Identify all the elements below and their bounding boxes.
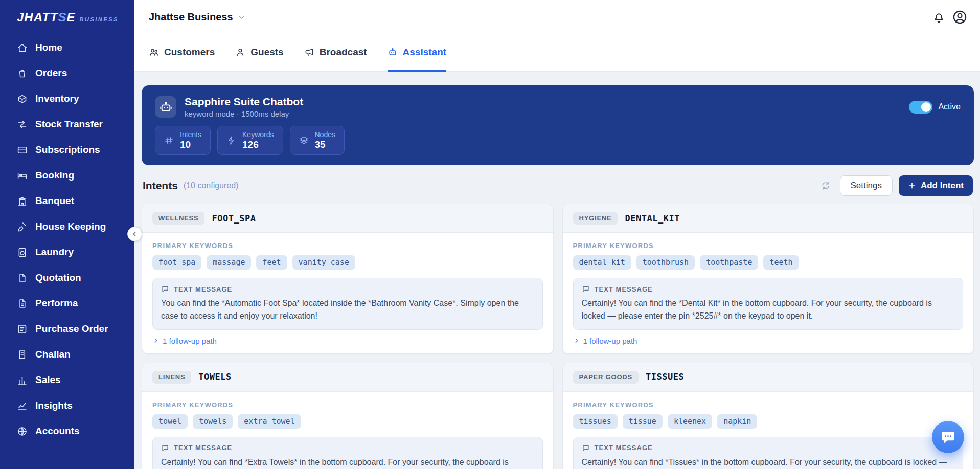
sidebar-item-label: Home: [35, 41, 62, 54]
keyword-chip: foot spa: [152, 255, 201, 270]
sidebar-item-label: Performa: [35, 297, 78, 309]
primary-keywords-label: PRIMARY KEYWORDS: [152, 242, 543, 250]
sidebar-item-inventory[interactable]: Inventory: [0, 86, 134, 111]
keyword-chip: teeth: [763, 255, 799, 270]
main-area: Jhattse Business Customers Guests Broadc…: [134, 0, 980, 469]
sidebar-item-performa[interactable]: Performa: [0, 291, 134, 316]
bot-avatar: [155, 96, 176, 118]
refresh-icon: [821, 181, 831, 191]
text-message-box: TEXT MESSAGE You can find the *Automatic…: [152, 278, 543, 330]
sidebar-item-laundry[interactable]: Laundry: [0, 239, 134, 265]
chevron-right-icon: [573, 337, 580, 344]
intent-name: TOWELS: [198, 372, 231, 382]
keyword-chip: napkin: [717, 414, 757, 429]
chevron-left-icon: [131, 230, 139, 238]
sales-icon: [17, 375, 28, 386]
keyword-chips: foot spa massage feet vanity case: [152, 255, 543, 270]
refresh-button[interactable]: [815, 175, 836, 196]
sidebar-item-label: Insights: [35, 399, 73, 412]
notifications-button[interactable]: [929, 7, 949, 27]
sidebar-item-home[interactable]: Home: [0, 35, 134, 60]
intents-header: Intents (10 configured) Settings Add Int…: [143, 175, 973, 196]
tab-assistant[interactable]: Assistant: [388, 34, 447, 72]
settings-button[interactable]: Settings: [840, 175, 893, 196]
brand-tagline: BUSINESS: [80, 16, 119, 23]
tab-label: Guests: [250, 47, 283, 58]
sidebar-item-insights[interactable]: Insights: [0, 393, 134, 418]
robot-icon: [388, 47, 398, 57]
keyword-chip: towels: [193, 414, 233, 429]
support-chat-fab[interactable]: [932, 421, 964, 453]
add-intent-button[interactable]: Add Intent: [899, 175, 973, 196]
text-message-label: TEXT MESSAGE: [595, 285, 653, 293]
sidebar-item-quotation[interactable]: Quotation: [0, 265, 134, 291]
intent-name: FOOT_SPA: [212, 213, 256, 224]
sidebar-item-label: Challan: [35, 348, 71, 361]
chatbot-active-toggle[interactable]: [909, 101, 932, 114]
tab-customers[interactable]: Customers: [149, 34, 215, 72]
add-intent-label: Add Intent: [921, 181, 964, 191]
keyword-chip: towel: [152, 414, 188, 429]
layers-icon: [299, 136, 309, 145]
intent-card-foot-spa: WELLNESS FOOT_SPA PRIMARY KEYWORDS foot …: [142, 204, 554, 354]
category-badge: PAPER GOODS: [573, 371, 639, 384]
intent-card-dental-kit: HYGIENE DENTAL_KIT PRIMARY KEYWORDS dent…: [562, 204, 974, 354]
stat-label: Intents: [180, 130, 201, 139]
followup-path-toggle[interactable]: 1 follow-up path: [152, 337, 543, 345]
profile-button[interactable]: [949, 6, 971, 28]
sidebar-menu: Home Orders Inventory Stock Transfer Sub…: [0, 35, 134, 444]
primary-keywords-label: PRIMARY KEYWORDS: [152, 401, 543, 409]
home-icon: [17, 42, 28, 53]
sidebar-collapse-button[interactable]: [127, 227, 142, 241]
stat-value: 35: [315, 139, 335, 150]
house-keeping-icon: [17, 221, 28, 232]
tab-label: Assistant: [403, 47, 447, 58]
intent-card-towels: LINENS TOWELS PRIMARY KEYWORDS towel tow…: [142, 363, 554, 469]
sidebar-item-banquet[interactable]: Banquet: [0, 188, 134, 214]
sidebar-item-stock-transfer[interactable]: Stock Transfer: [0, 111, 134, 137]
sidebar-item-sales[interactable]: Sales: [0, 367, 134, 393]
bell-icon: [932, 10, 946, 24]
laundry-icon: [17, 247, 28, 258]
user-circle-icon: [952, 9, 968, 25]
sidebar-item-label: Purchase Order: [35, 323, 108, 335]
robot-icon: [159, 101, 172, 114]
text-message-label: TEXT MESSAGE: [174, 285, 232, 293]
chatbot-subtitle: keyword mode · 1500ms delay: [185, 109, 303, 118]
hash-icon: [164, 136, 174, 145]
brand-wordmark: JHATTSE: [17, 10, 76, 25]
stat-nodes: Nodes 35: [290, 126, 345, 155]
followup-path-toggle[interactable]: 1 follow-up path: [573, 337, 964, 345]
sidebar-item-house-keeping[interactable]: House Keeping: [0, 214, 134, 239]
sidebar-item-purchase-order[interactable]: Purchase Order: [0, 316, 134, 342]
tab-bar: Customers Guests Broadcast Assistant: [134, 34, 980, 72]
users-icon: [149, 47, 159, 57]
tab-broadcast[interactable]: Broadcast: [304, 34, 367, 72]
toggle-knob: [921, 102, 931, 112]
sidebar-item-label: House Keeping: [35, 220, 106, 233]
chevron-down-icon: [237, 13, 246, 21]
insights-icon: [17, 400, 28, 411]
category-badge: WELLNESS: [152, 212, 204, 225]
sidebar-item-challan[interactable]: Challan: [0, 342, 134, 367]
keyword-chips: towel towels extra towel: [152, 414, 543, 429]
chatbot-hero-card: Sapphire Suite Chatbot keyword mode · 15…: [142, 85, 974, 165]
business-name: Jhattse Business: [149, 11, 233, 23]
tab-guests[interactable]: Guests: [235, 34, 283, 72]
message-text: You can find the *Automatic Foot Spa* lo…: [161, 297, 534, 323]
brand-logo: JHATTSE BUSINESS: [0, 0, 134, 28]
stat-intents: Intents 10: [155, 126, 211, 155]
business-switcher[interactable]: Jhattse Business: [149, 11, 246, 23]
keyword-chip: feet: [256, 255, 287, 270]
sidebar-item-subscriptions[interactable]: Subscriptions: [0, 137, 134, 163]
keyword-chips: dental kit toothbrush toothpaste teeth: [573, 255, 964, 270]
keyword-chip: vanity case: [292, 255, 355, 270]
intent-card-header: HYGIENE DENTAL_KIT: [563, 204, 974, 233]
sidebar-item-booking[interactable]: Booking: [0, 163, 134, 188]
intent-card-tissues: PAPER GOODS TISSUES PRIMARY KEYWORDS tis…: [562, 363, 974, 469]
sidebar-item-label: Subscriptions: [35, 144, 100, 156]
sidebar-item-orders[interactable]: Orders: [0, 60, 134, 86]
orders-icon: [17, 68, 28, 79]
sidebar-item-accounts[interactable]: Accounts: [0, 418, 134, 444]
top-bar: Jhattse Business: [134, 0, 980, 34]
